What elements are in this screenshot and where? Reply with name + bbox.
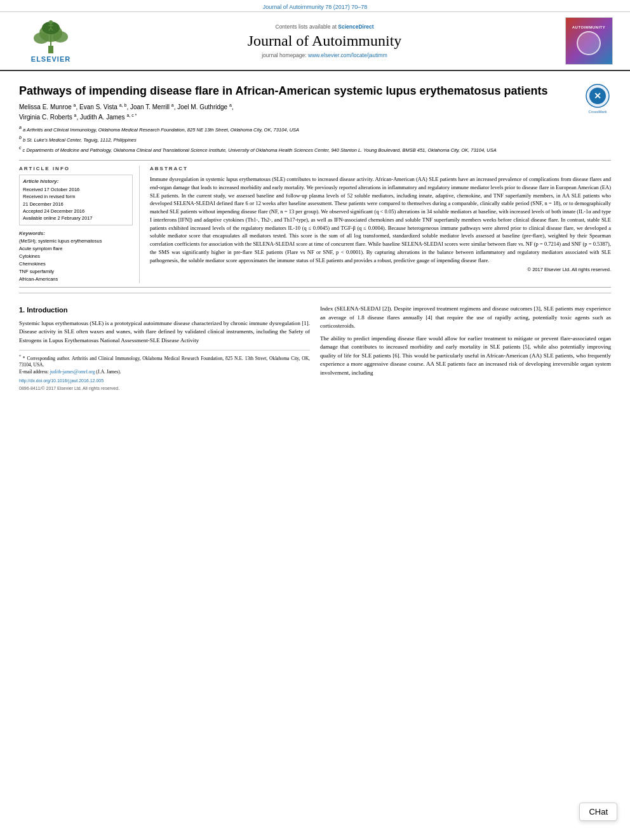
affil-c: c c Departments of Medicine and Patholog… [19,145,577,154]
keyword-5: TNF superfamily [19,268,133,276]
history-accepted: Accepted 24 December 2016 [23,208,129,215]
keyword-1: (MeSH); systemic lupus erythematosus [19,237,133,245]
history-title: Article history: [23,178,129,184]
issn-line: 0896-8411/© 2017 Elsevier Ltd. All right… [19,385,310,392]
left-col-article-info: ARTICLE INFO Article history: Received 1… [19,166,140,283]
abstract-paragraph: Immune dysregulation in systemic lupus e… [150,175,611,264]
footnote-section: * * Corresponding author. Arthritis and … [19,350,310,392]
journal-cover-text: AUTOIMMUNITY [572,25,606,29]
journal-header-left: ELSEVIER [13,19,89,63]
affil-b: b b St. Luke's Medical Center, Taguig, 1… [19,135,577,143]
sciencedirect-link[interactable]: ScienceDirect [338,23,373,30]
doi-line[interactable]: http://dx.doi.org/10.1016/j.jaut.2016.12… [19,378,310,385]
article-info-heading: ARTICLE INFO [19,166,133,171]
elsevier-brand: ELSEVIER [31,55,70,63]
svg-point-3 [34,32,49,44]
crossmark-logo[interactable]: ✕ CrossMark [584,84,611,114]
intro-para-1: Systemic lupus erythematosus (SLE) is a … [19,319,310,345]
journal-header-right: AUTOIMMUNITY [560,17,617,65]
email-footnote: E-mail address: judith-james@omrf.org (J… [19,369,310,376]
history-online: Available online 2 February 2017 [23,215,129,222]
article-history-box: Article history: Received 17 October 201… [19,175,133,225]
homepage-line: journal homepage: www.elsevier.com/locat… [89,52,560,58]
body-two-col: 1. Introduction Systemic lupus erythemat… [19,305,611,392]
article-title-section: Pathways of impending disease flare in A… [19,77,611,161]
journal-issue-info: Journal of Autoimmunity 78 (2017) 70–78 [263,4,368,10]
keywords-title: Keywords: [19,230,133,236]
divider [19,293,611,293]
intro-title: 1. Introduction [19,305,310,316]
homepage-url[interactable]: www.elsevier.com/locate/jautimm [308,52,387,58]
journal-header-center: Contents lists available at ScienceDirec… [89,23,560,58]
copyright-line: © 2017 Elsevier Ltd. All rights reserved… [150,267,611,272]
history-received: Received 17 October 2016 [23,186,129,193]
article-title-text: Pathways of impending disease flare in A… [19,84,577,155]
affil-a: a a Arthritis and Clinical Immunology, O… [19,124,577,133]
body-col-left: 1. Introduction Systemic lupus erythemat… [19,305,310,392]
body-col-right: Index (SELENA-SLEDAI [2]). Despite impro… [320,305,611,392]
article-info-abstract: ARTICLE INFO Article history: Received 1… [19,161,611,288]
journal-cover-image: AUTOIMMUNITY [565,17,613,65]
svg-point-6 [49,20,53,24]
email-link[interactable]: judith-james@omrf.org [50,369,95,375]
history-revised-date: 21 December 2016 [23,201,129,208]
content-area: Pathways of impending disease flare in A… [0,71,630,404]
cover-circle-decoration [577,31,601,55]
article-main-title: Pathways of impending disease flare in A… [19,84,577,98]
elsevier-logo: ELSEVIER [25,19,76,63]
svg-text:✕: ✕ [594,91,601,101]
sciencedirect-line: Contents lists available at ScienceDirec… [89,23,560,30]
abstract-heading: ABSTRACT [150,166,611,171]
article-authors: Melissa E. Munroe a, Evan S. Vista a, b,… [19,102,577,122]
keywords-section: Keywords: (MeSH); systemic lupus erythem… [19,230,133,283]
journal-header: ELSEVIER Contents lists available at Sci… [0,12,630,71]
intro-para-2: Index (SELENA-SLEDAI [2]). Despite impro… [320,305,611,331]
page-wrapper: Journal of Autoimmunity 78 (2017) 70–78 [0,0,630,404]
right-col-abstract: ABSTRACT Immune dysregulation in systemi… [150,166,611,283]
journal-title: Journal of Autoimmunity [89,32,560,50]
intro-para-3: The ability to predict impending disease… [320,335,611,378]
keyword-6: African-Americans [19,276,133,283]
chat-button[interactable]: CHat [579,803,617,821]
chat-button-label: CHat [589,807,608,817]
corresponding-footnote: * * Corresponding author. Arthritis and … [19,354,310,369]
body-content: 1. Introduction Systemic lupus erythemat… [19,298,611,398]
elsevier-tree-icon [25,19,76,54]
affiliations: a a Arthritis and Clinical Immunology, O… [19,124,577,154]
journal-top-bar: Journal of Autoimmunity 78 (2017) 70–78 [0,0,630,12]
abstract-text: Immune dysregulation in systemic lupus e… [150,175,611,264]
keyword-2: Acute symptom flare [19,245,133,253]
svg-rect-0 [48,46,53,53]
keywords-list: (MeSH); systemic lupus erythematosus Acu… [19,237,133,283]
history-revised-label: Received in revised form [23,193,129,200]
crossmark-icon: ✕ [586,84,610,108]
crossmark-text: CrossMark [584,110,611,114]
keyword-3: Cytokines [19,253,133,260]
keyword-4: Chemokines [19,260,133,268]
